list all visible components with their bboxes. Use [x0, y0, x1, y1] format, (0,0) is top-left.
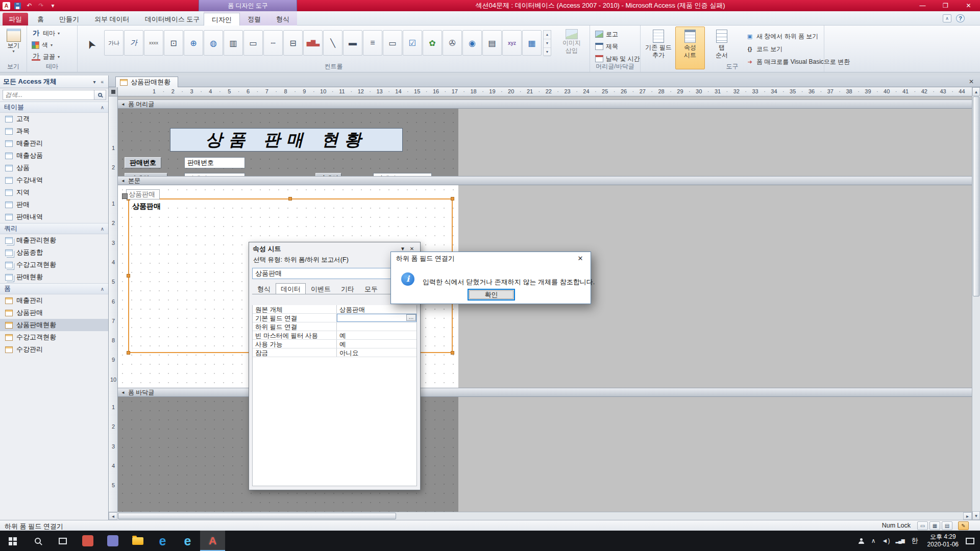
dialog-close-icon[interactable]: ✕ [570, 252, 591, 265]
nav-item[interactable]: 판매내역 [0, 211, 108, 223]
resize-handle[interactable] [288, 197, 292, 201]
property-value[interactable]: 예 [337, 340, 416, 348]
scroll-right-icon[interactable]: ► [963, 512, 972, 520]
form-label[interactable]: 판매번호 [125, 157, 161, 168]
nav-item[interactable]: 매출관리 [0, 137, 108, 149]
select-pointer-button[interactable]: ➤ [80, 30, 102, 59]
hidden-icons-chevron-icon[interactable]: ∧ [868, 537, 879, 544]
minimize-ribbon-button[interactable]: ∧ [943, 14, 951, 22]
toggle-button-button[interactable]: ▬ [343, 30, 362, 56]
option-group-button[interactable]: ▭ [243, 30, 263, 56]
nav-item[interactable]: 수강고객현황 [0, 331, 108, 343]
scroll-down-icon[interactable]: ▼ [972, 511, 980, 520]
nav-section-header[interactable]: 테이블∧ [0, 102, 108, 113]
resize-handle[interactable] [127, 351, 130, 355]
nav-item[interactable]: 판매 [0, 198, 108, 211]
header-footer-button[interactable]: 로고 [592, 29, 643, 40]
search-button[interactable] [94, 90, 106, 100]
nav-item[interactable]: 수강고객현황 [0, 259, 108, 271]
internet-explorer-button[interactable]: e [175, 531, 200, 551]
nav-item[interactable]: 지역 [0, 186, 108, 198]
ribbon-tab[interactable]: 만들기 [52, 13, 87, 26]
ribbon-tab[interactable]: 외부 데이터 [87, 13, 137, 26]
nav-item[interactable]: 판매현황 [0, 271, 108, 283]
property-sheet-close-icon[interactable]: ✕ [407, 246, 416, 252]
property-value[interactable]: 상품판매 [337, 305, 416, 313]
task-view-button[interactable] [50, 531, 75, 551]
gallery-down-icon[interactable]: ▼ [544, 39, 551, 48]
vertical-scrollbar[interactable]: ▲ ▼ [972, 87, 980, 520]
nav-item[interactable]: 매출관리현황 [0, 234, 108, 246]
rectangle-button[interactable]: ▭ [383, 30, 402, 56]
vertical-scroll-thumb[interactable] [973, 96, 979, 296]
nav-section-header[interactable]: 쿼리∧ [0, 223, 108, 234]
property-value[interactable] [337, 322, 416, 331]
app-purple-button[interactable] [100, 531, 125, 551]
list-box-button[interactable]: ≡ [363, 30, 382, 56]
chart-button[interactable]: ▅▇▃ [303, 30, 323, 56]
resize-handle[interactable] [127, 274, 130, 278]
hyperlink-button[interactable]: ⊕ [184, 30, 203, 56]
ribbon-tab[interactable]: 홈 [30, 13, 52, 26]
navigation-pane-header[interactable]: 모든 Access 개체 ▾ « [0, 76, 108, 88]
nav-item[interactable]: 과목 [0, 125, 108, 137]
network-icon[interactable]: ▂▄▆ [893, 538, 906, 543]
nav-dropdown-icon[interactable]: ▾ [91, 79, 97, 85]
search-input[interactable] [3, 90, 94, 100]
redo-button[interactable]: ↷ [37, 2, 45, 10]
start-button[interactable] [0, 531, 25, 551]
notification-center-icon[interactable] [966, 538, 974, 544]
people-icon[interactable] [859, 538, 864, 544]
label-button[interactable]: 가 [124, 30, 143, 56]
access-button[interactable]: A [200, 531, 225, 551]
horizontal-scrollbar[interactable]: ◄ ► [109, 512, 972, 520]
datasheet-view-button[interactable]: ▦ [929, 521, 940, 530]
save-button[interactable] [13, 2, 22, 10]
form-header-section[interactable]: 상품 판매 현황 판매번호 판매번호 거래처코드 거래처코드 판매일 판매일 [118, 109, 458, 176]
clock[interactable]: 오후 4:29 2020-01-06 [923, 533, 963, 548]
help-button[interactable]: ? [956, 14, 965, 22]
ribbon-tab[interactable]: 데이터베이스 도구 [137, 13, 208, 26]
tool-button[interactable]: ▣새 창에서 하위 폼 보기 [743, 31, 853, 42]
close-button[interactable]: ✕ [957, 0, 980, 11]
layout-view-button[interactable]: ▤ [942, 521, 952, 530]
shutter-bar-button[interactable]: « [99, 79, 105, 85]
form-footer-section-bar[interactable]: ◄ 폼 바닥글 [118, 388, 972, 397]
subform-move-handle[interactable] [122, 193, 128, 199]
resize-handle[interactable] [451, 197, 454, 201]
scroll-left-icon[interactable]: ◄ [109, 512, 117, 520]
unbound-object-button[interactable]: ✿ [423, 30, 442, 56]
nav-item[interactable]: 매출상품 [0, 149, 108, 162]
line-button[interactable]: ╲ [323, 30, 342, 56]
property-tab[interactable]: 데이터 [276, 283, 306, 294]
minimize-button[interactable]: — [911, 0, 934, 11]
maximize-button[interactable]: ❐ [934, 0, 957, 11]
option-button-button[interactable]: ◉ [462, 30, 482, 56]
property-tab[interactable]: 형식 [252, 283, 276, 294]
ok-button[interactable]: 확인 [468, 289, 515, 300]
form-title-control[interactable]: 상품 판매 현황 [170, 128, 403, 152]
property-tab[interactable]: 이벤트 [306, 283, 336, 294]
nav-item[interactable]: 상품판매 [0, 307, 108, 319]
horizontal-ruler[interactable]: 1·2·3·4·5·6·7·8·9·10·11·12·13·14·15·16·1… [109, 87, 972, 96]
navigation-control-button[interactable]: ▥ [224, 30, 243, 56]
qat-menu-button[interactable]: ▾ [48, 2, 57, 10]
image-control-button[interactable]: ▦ [522, 30, 542, 56]
nav-item[interactable]: 수강관리 [0, 343, 108, 356]
ribbon-tab[interactable]: 형식 [268, 13, 297, 26]
file-explorer-button[interactable] [125, 531, 150, 551]
property-sheet-menu-icon[interactable]: ▼ [398, 246, 407, 252]
theme-group-button[interactable]: 가글꼴▾ [29, 51, 63, 62]
check-box-button[interactable]: ☑ [403, 30, 422, 56]
subform-button[interactable]: ▤ [482, 30, 502, 56]
property-tab[interactable]: 모두 [359, 283, 383, 294]
tab-control-button[interactable]: ⊡ [164, 30, 183, 56]
header-footer-button[interactable]: 제목 [592, 41, 643, 52]
property-tab[interactable]: 기타 [336, 283, 359, 294]
nav-item[interactable]: 상품판매현황 [0, 319, 108, 331]
ribbon-tab[interactable]: 정렬 [240, 13, 268, 26]
design-view-button[interactable]: ✎ [958, 521, 969, 530]
nav-item[interactable]: 상품종합 [0, 246, 108, 259]
property-value[interactable]: 아니요 [337, 348, 416, 357]
close-document-icon[interactable]: ✕ [967, 77, 976, 86]
